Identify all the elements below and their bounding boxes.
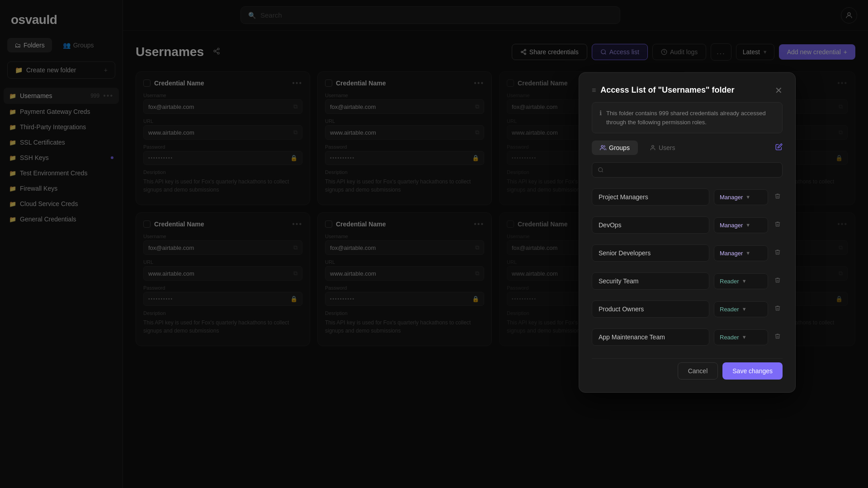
search-icon [598,167,604,173]
tab-groups[interactable]: Groups [592,141,638,155]
modal-footer: Cancel Save changes [592,358,783,380]
chevron-down-icon: ▼ [742,278,747,284]
access-name-pm: Project Managers [592,188,709,206]
access-role-product[interactable]: Reader ▼ [714,301,768,317]
modal-tabs: Groups Users [592,141,783,155]
delete-product-button[interactable] [773,303,783,315]
access-name-product: Product Owners [592,300,709,318]
delete-devops-button[interactable] [773,219,783,231]
access-row-pm: Project Managers Manager ▼ [592,185,783,209]
modal-search-input[interactable] [607,166,777,174]
access-role-devops[interactable]: Manager ▼ [714,217,768,233]
delete-senior-dev-button[interactable] [773,247,783,259]
drag-handle-icon: ≡ [592,86,596,94]
delete-maintenance-button[interactable] [773,331,783,343]
access-list-modal: ≡ Access List of "Usernames" folder ✕ ℹ … [579,72,796,393]
access-role-pm[interactable]: Manager ▼ [714,189,768,205]
modal-close-button[interactable]: ✕ [775,86,783,95]
svg-point-14 [652,145,654,148]
save-changes-button[interactable]: Save changes [722,362,783,380]
access-role-senior-dev[interactable]: Manager ▼ [714,245,768,261]
delete-pm-button[interactable] [773,191,783,203]
modal-edit-button[interactable] [775,143,783,153]
access-name-security: Security Team [592,272,709,290]
access-list: Project Managers Manager ▼ DevOps Manage… [592,185,783,349]
access-name-devops: DevOps [592,216,709,234]
modal-info-box: ℹ This folder contains 999 shared creden… [592,102,783,133]
chevron-down-icon: ▼ [745,194,750,200]
access-name-maintenance: App Maintenance Team [592,328,709,346]
chevron-down-icon: ▼ [742,334,747,340]
modal-search-bar [592,162,783,178]
modal-title: Access List of "Usernames" folder [600,85,770,95]
delete-security-button[interactable] [773,275,783,287]
tab-users[interactable]: Users [642,141,684,155]
access-name-senior-dev: Senior Developers [592,244,709,262]
access-role-maintenance[interactable]: Reader ▼ [714,329,768,345]
svg-point-13 [601,145,604,148]
modal-overlay[interactable]: ≡ Access List of "Usernames" folder ✕ ℹ … [0,0,868,488]
chevron-down-icon: ▼ [742,306,747,312]
access-row-product: Product Owners Reader ▼ [592,297,783,321]
cancel-button[interactable]: Cancel [678,362,718,380]
info-icon: ℹ [599,109,602,117]
chevron-down-icon: ▼ [745,222,750,228]
modal-header: ≡ Access List of "Usernames" folder ✕ [592,85,783,95]
modal-info-text: This folder contains 999 shared credenti… [606,109,775,127]
access-row-maintenance: App Maintenance Team Reader ▼ [592,325,783,349]
svg-point-15 [599,168,603,172]
access-row-security: Security Team Reader ▼ [592,269,783,293]
access-role-security[interactable]: Reader ▼ [714,273,768,289]
chevron-down-icon: ▼ [745,250,750,256]
access-row-senior-dev: Senior Developers Manager ▼ [592,241,783,265]
access-row-devops: DevOps Manager ▼ [592,213,783,237]
